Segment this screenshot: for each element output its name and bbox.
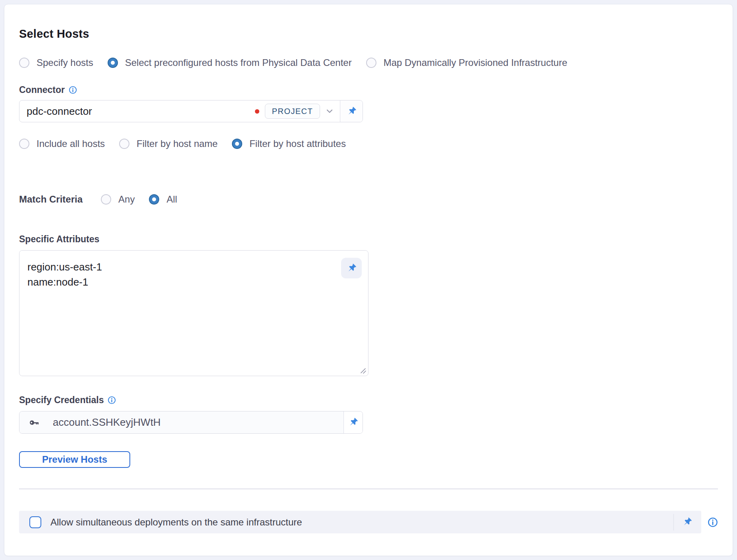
preview-hosts-button[interactable]: Preview Hosts [19,451,130,468]
radio-filter-host-attributes[interactable]: Filter by host attributes [232,138,346,149]
footer-separator [673,514,674,531]
radio-label: Map Dynamically Provisioned Infrastructu… [384,57,567,68]
connector-pin-button[interactable] [340,100,363,122]
key-icon [29,417,40,428]
specify-credentials-label: Specify Credentials [19,395,104,406]
info-icon[interactable] [69,86,77,94]
match-criteria-group: Match Criteria Any All [19,194,718,205]
radio-match-all[interactable]: All [149,194,177,205]
radio-circle-icon [19,139,29,149]
pushpin-icon [346,263,357,274]
radio-circle-icon [232,139,242,149]
footer-pin-button[interactable] [682,517,693,527]
specific-attributes-field: region:us-east-1 name:node-1 [19,250,368,376]
host-source-radio-group: Specify hosts Select preconfigured hosts… [19,57,718,68]
select-hosts-panel: Select Hosts Specify hosts Select precon… [4,4,733,556]
radio-label: Filter by host attributes [249,138,346,149]
pushpin-icon [348,417,359,428]
radio-label: Include all hosts [37,138,105,149]
specific-attributes-label: Specific Attributes [19,234,99,245]
required-dot [255,109,259,114]
radio-circle-icon [366,58,376,68]
info-icon[interactable] [108,396,116,404]
radio-dynamic-infrastructure[interactable]: Map Dynamically Provisioned Infrastructu… [366,57,567,68]
chevron-down-icon[interactable] [325,106,334,116]
radio-circle-icon [149,194,159,205]
attributes-pin-button[interactable] [341,258,362,278]
radio-filter-host-name[interactable]: Filter by host name [119,138,218,149]
radio-label: Filter by host name [137,138,218,149]
footer-row: Allow simultaneous deployments on the sa… [19,511,718,533]
resize-handle-icon[interactable] [359,367,367,374]
credentials-value-area[interactable] [19,411,343,433]
radio-circle-icon [101,194,111,205]
simultaneous-deployments-label: Allow simultaneous deployments on the sa… [50,517,302,528]
pushpin-icon [346,106,357,117]
info-icon[interactable] [708,517,718,527]
radio-match-any[interactable]: Any [101,194,135,205]
radio-specify-hosts[interactable]: Specify hosts [19,57,93,68]
radio-label: Specify hosts [37,57,93,68]
credentials-input[interactable] [46,411,343,433]
simultaneous-deployments-checkbox[interactable] [29,516,41,528]
scope-badge: PROJECT [265,104,320,119]
connector-field: PROJECT [19,100,363,122]
radio-circle-icon [19,58,29,68]
specific-attributes-textarea[interactable]: region:us-east-1 name:node-1 [19,251,368,376]
radio-label: Select preconfigured hosts from Physical… [125,57,352,68]
connector-input[interactable] [19,100,255,122]
host-filter-radio-group: Include all hosts Filter by host name Fi… [19,138,718,149]
radio-preconfigured-hosts[interactable]: Select preconfigured hosts from Physical… [108,57,352,68]
credentials-field [19,411,363,434]
radio-label: All [166,194,177,205]
match-criteria-label: Match Criteria [19,194,83,205]
connector-label: Connector [19,85,65,95]
simultaneous-deployments-bar: Allow simultaneous deployments on the sa… [19,511,701,533]
radio-include-all-hosts[interactable]: Include all hosts [19,138,105,149]
credentials-pin-button[interactable] [343,411,363,433]
radio-circle-icon [119,139,129,149]
radio-circle-icon [108,58,118,68]
page-title: Select Hosts [19,27,718,41]
radio-label: Any [118,194,135,205]
section-divider [19,489,718,489]
